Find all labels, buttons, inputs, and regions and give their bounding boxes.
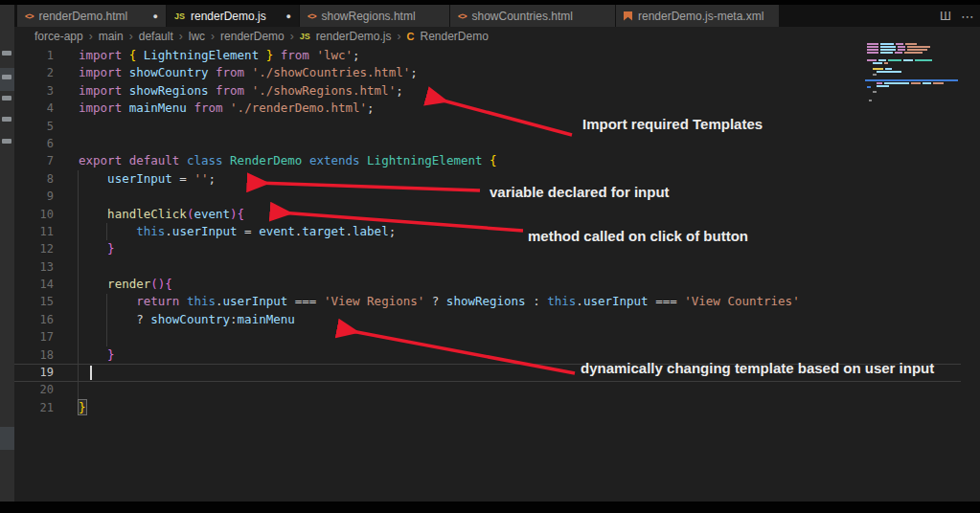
html-file-icon: <>: [25, 11, 34, 21]
code-text: import showCountry from './showCountries…: [79, 64, 418, 81]
code-text: handleClick(event){: [79, 206, 244, 223]
breadcrumb-item-symbol[interactable]: RenderDemo: [420, 30, 488, 43]
line-number: 18: [14, 346, 54, 364]
code-line[interactable]: 5: [14, 118, 980, 135]
code-text: import showRegions from './showRegions.h…: [79, 82, 403, 100]
sidebar-item-icon[interactable]: [2, 139, 11, 144]
breadcrumb-item[interactable]: default: [139, 30, 173, 43]
js-file-icon: JS: [174, 11, 185, 21]
chevron-separator-icon: ›: [179, 30, 183, 43]
tab-renderdemo-html[interactable]: <> renderDemo.html ●: [17, 5, 166, 27]
line-number: 20: [14, 381, 54, 398]
chevron-separator-icon: ›: [290, 30, 294, 43]
line-number: 5: [14, 118, 54, 135]
breadcrumb-item[interactable]: lwc: [189, 30, 205, 43]
annotation-variable-input: variable declared for input: [490, 184, 670, 200]
breadcrumb-item[interactable]: renderDemo: [220, 30, 285, 43]
chevron-separator-icon: ›: [89, 30, 93, 43]
line-number: 9: [14, 188, 54, 205]
tab-label: renderDemo.js: [191, 10, 266, 23]
line-number: 19: [14, 364, 54, 381]
line-number: 13: [14, 258, 54, 276]
annotation-method-click: method called on click of button: [528, 228, 748, 244]
tab-showcountries-html[interactable]: <> showCountries.html: [450, 5, 615, 27]
code-line[interactable]: 17: [14, 328, 980, 346]
code-line[interactable]: 10 handleClick(event){: [14, 206, 980, 223]
code-line[interactable]: 4import mainMenu from './renderDemo.html…: [14, 100, 980, 117]
more-actions-icon[interactable]: ⋯: [961, 10, 974, 23]
code-text: }: [79, 399, 86, 416]
breadcrumb-item[interactable]: main: [99, 30, 124, 43]
line-number: 2: [14, 64, 54, 81]
line-number: 15: [14, 293, 54, 310]
xml-file-icon: [624, 11, 632, 21]
code-line[interactable]: 1import { LightningElement } from 'lwc';: [14, 47, 980, 64]
code-line[interactable]: 6: [14, 135, 980, 152]
line-number: 11: [14, 223, 54, 240]
code-line[interactable]: 12 }: [14, 240, 980, 257]
sidebar-sliver[interactable]: [0, 5, 14, 502]
tab-label: showRegions.html: [322, 10, 416, 23]
html-file-icon: <>: [458, 11, 467, 21]
split-editor-icon[interactable]: Ш: [940, 10, 951, 22]
chevron-separator-icon: ›: [211, 30, 215, 43]
tab-renderdemo-meta-xml[interactable]: renderDemo.js-meta.xml: [616, 5, 779, 27]
line-number: 1: [14, 47, 54, 64]
line-number: 8: [14, 170, 54, 188]
tab-showregions-html[interactable]: <> showRegions.html: [300, 5, 449, 27]
line-number: 10: [14, 206, 54, 223]
code-text: this.userInput = event.target.label;: [79, 223, 396, 240]
sidebar-item-icon[interactable]: [2, 117, 11, 122]
line-number: 17: [14, 328, 54, 346]
tab-label: renderDemo.js-meta.xml: [638, 10, 763, 23]
code-text: export default class RenderDemo extends …: [79, 152, 497, 169]
code-text: userInput = '';: [79, 170, 216, 188]
line-number: 12: [14, 240, 54, 257]
breadcrumb-item-file[interactable]: renderDemo.js: [316, 30, 392, 43]
line-number: 3: [14, 82, 54, 100]
js-file-icon: JS: [300, 32, 310, 41]
code-line[interactable]: 15 return this.userInput === 'View Regio…: [14, 293, 980, 310]
code-line[interactable]: 20: [14, 381, 980, 398]
sidebar-selected-row[interactable]: [0, 68, 14, 91]
breadcrumb-item[interactable]: force-app: [34, 30, 83, 43]
tab-label: renderDemo.html: [39, 10, 128, 23]
code-line[interactable]: 13: [14, 258, 980, 276]
sidebar-item-icon[interactable]: [2, 75, 11, 79]
code-text: ? showCountry:mainMenu: [79, 311, 295, 328]
code-line[interactable]: 11 this.userInput = event.target.label;: [14, 223, 980, 240]
chevron-separator-icon: ›: [129, 30, 133, 43]
chevron-separator-icon: ›: [398, 30, 401, 43]
code-text: return this.userInput === 'View Regions'…: [79, 293, 800, 310]
sidebar-selected-row-2[interactable]: [0, 427, 14, 450]
code-text: render(){: [79, 276, 172, 293]
modified-dot-icon[interactable]: ●: [286, 11, 291, 21]
code-line[interactable]: 21}: [14, 399, 980, 416]
modified-dot-icon[interactable]: ●: [153, 11, 158, 21]
tab-renderdemo-js[interactable]: JS renderDemo.js ●: [167, 5, 299, 27]
code-line[interactable]: 16 ? showCountry:mainMenu: [14, 311, 980, 328]
code-line[interactable]: 14 render(){: [14, 276, 980, 293]
code-text: }: [79, 346, 115, 364]
text-cursor: [90, 366, 92, 380]
code-text: import mainMenu from './renderDemo.html'…: [79, 100, 375, 117]
sidebar-item-icon[interactable]: [2, 96, 11, 100]
code-text: import { LightningElement } from 'lwc';: [79, 47, 360, 64]
line-number: 16: [14, 311, 54, 328]
html-file-icon: <>: [308, 11, 316, 21]
line-number: 6: [14, 135, 54, 152]
code-text: }: [79, 240, 115, 257]
minimap[interactable]: [865, 43, 953, 104]
sidebar-item-icon[interactable]: [2, 51, 11, 56]
code-line[interactable]: 2import showCountry from './showCountrie…: [14, 64, 980, 81]
class-symbol-icon: C: [407, 31, 415, 42]
line-number: 14: [14, 276, 54, 293]
line-number: 7: [14, 152, 54, 169]
minimap-current-line: [865, 79, 958, 81]
vscode-window: <> renderDemo.html ● JS renderDemo.js ● …: [0, 0, 980, 513]
annotation-import-templates: Import required Templates: [582, 116, 763, 132]
code-line[interactable]: 3import showRegions from './showRegions.…: [14, 82, 980, 100]
minimap-tick: [867, 86, 871, 88]
code-line[interactable]: 7export default class RenderDemo extends…: [14, 152, 980, 169]
tab-bar-actions: Ш ⋯: [940, 5, 974, 27]
